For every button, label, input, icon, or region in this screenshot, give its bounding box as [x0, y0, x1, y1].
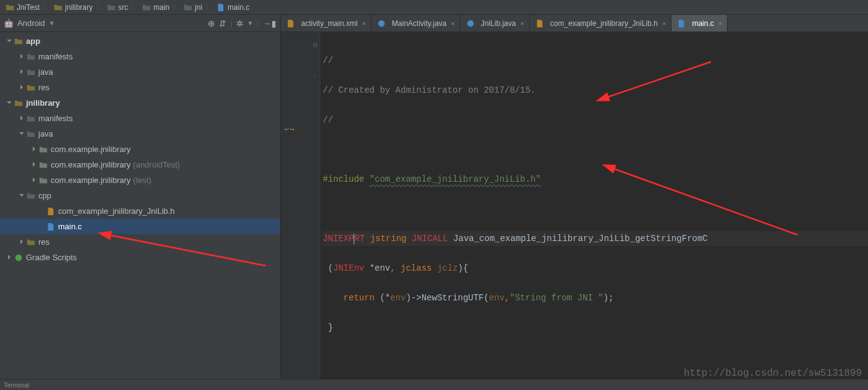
c-file-icon: [676, 19, 686, 28]
status-bar: Terminal: [0, 379, 868, 390]
tab-label: MainActivity.java: [392, 19, 446, 28]
code-text: (*: [375, 293, 390, 303]
tree-suffix: (androidTest): [133, 160, 180, 169]
dropdown-chevron-icon[interactable]: ▼: [247, 20, 253, 27]
folder-icon: [26, 191, 36, 201]
editor-gutter[interactable]: ⊟ ⌞ ↩ ↪: [281, 32, 320, 379]
breadcrumb-item[interactable]: main.c: [213, 2, 252, 12]
editor-tab-active[interactable]: main.c ×: [671, 15, 728, 32]
tree-node[interactable]: com_example_jnilibrary_JniLib.h: [0, 203, 280, 219]
tab-label: com_example_jnilibrary_JniLib.h: [550, 19, 658, 28]
breadcrumb-label: jni: [195, 3, 202, 12]
code-text: "String from JNI ": [510, 293, 603, 303]
code-text: env: [489, 293, 504, 303]
expand-arrow-icon[interactable]: [17, 69, 26, 75]
tree-node-gradle[interactable]: Gradle Scripts: [0, 250, 280, 265]
expand-arrow-icon[interactable]: [17, 116, 26, 122]
tree-label: Gradle Scripts: [26, 253, 77, 262]
folder-icon: [26, 52, 36, 62]
nav-forward-icon[interactable]: ↪: [290, 122, 294, 137]
package-icon: [38, 145, 48, 155]
module-folder-icon: [14, 98, 23, 108]
tree-node[interactable]: java: [0, 126, 280, 142]
nav-arrows[interactable]: ↩ ↪: [284, 122, 294, 137]
close-icon[interactable]: ×: [718, 20, 722, 27]
tree-node[interactable]: cpp: [0, 188, 280, 203]
close-icon[interactable]: ×: [662, 20, 666, 27]
tree-node[interactable]: com.example.jnilibrary (test): [0, 172, 280, 188]
tree-node[interactable]: java: [0, 64, 280, 80]
tree-label: jnilibrary: [26, 98, 60, 108]
code-text: env: [390, 293, 406, 303]
expand-arrow-icon[interactable]: [17, 85, 26, 91]
settings-gear-icon[interactable]: ✲: [236, 19, 244, 28]
fold-minus-icon[interactable]: ⊟: [313, 38, 317, 53]
tab-label: JniLib.java: [481, 19, 516, 28]
close-icon[interactable]: ×: [520, 20, 524, 27]
code-text: "com_example_jnilibrary_JniLib.h": [370, 174, 541, 184]
tree-label: com_example_jnilibrary_JniLib.h: [58, 206, 175, 216]
tree-node[interactable]: manifests: [0, 49, 280, 64]
editor-tab[interactable]: activity_main.xml ×: [281, 15, 372, 32]
nav-back-icon[interactable]: ↩: [284, 122, 289, 137]
folder-icon: [26, 67, 36, 77]
editor-tab[interactable]: MainActivity.java ×: [372, 15, 461, 32]
dropdown-chevron-icon[interactable]: ▼: [49, 20, 55, 27]
breadcrumb-item[interactable]: jnilibrary: [51, 2, 95, 12]
breadcrumb-label: src: [118, 3, 128, 12]
c-file-icon: [216, 2, 226, 12]
expand-arrow-icon[interactable]: [5, 100, 14, 106]
editor-tab[interactable]: com_example_jnilibrary_JniLib.h ×: [530, 15, 672, 32]
java-file-icon: [466, 19, 475, 28]
close-icon[interactable]: ×: [362, 20, 365, 27]
code-text: RT: [354, 234, 365, 244]
breadcrumb-item[interactable]: src: [104, 2, 130, 12]
expand-arrow-icon[interactable]: [30, 177, 38, 184]
breadcrumb-item[interactable]: JniTest: [2, 2, 42, 12]
locate-icon[interactable]: ⊕: [208, 19, 215, 28]
tree-node[interactable]: res: [0, 80, 280, 95]
view-mode-selector[interactable]: Android: [17, 19, 45, 28]
expand-arrow-icon[interactable]: [17, 239, 26, 245]
tree-node-selected[interactable]: main.c: [0, 219, 280, 234]
breadcrumb-sep: 〉: [42, 2, 51, 12]
expand-arrow-icon[interactable]: [17, 54, 26, 60]
expand-arrow-icon[interactable]: [30, 162, 38, 168]
breadcrumb-item[interactable]: main: [139, 2, 172, 12]
tree-node-jnilibrary[interactable]: jnilibrary: [0, 95, 280, 111]
code-text: JNIEnv: [333, 263, 364, 273]
expand-arrow-icon[interactable]: [17, 131, 26, 137]
code-area[interactable]: // // Created by Administrator on 2017/8…: [320, 32, 868, 379]
module-folder-icon: [53, 2, 63, 12]
close-icon[interactable]: ×: [451, 20, 454, 27]
code-text: JNIEXP: [323, 234, 354, 244]
expand-arrow-icon[interactable]: [30, 146, 38, 153]
tree-suffix: (test): [133, 176, 151, 185]
folder-icon: [183, 2, 193, 12]
tree-node[interactable]: com.example.jnilibrary (androidTest): [0, 157, 280, 172]
tree-node[interactable]: manifests: [0, 111, 280, 126]
project-tree[interactable]: app manifests java res jnilibrary: [0, 32, 280, 379]
hide-button-icon[interactable]: →▮: [263, 19, 276, 28]
expand-arrow-icon[interactable]: [5, 255, 14, 261]
expand-arrow-icon[interactable]: [17, 193, 26, 199]
editor-tab[interactable]: JniLib.java ×: [461, 15, 530, 32]
code-text: ,: [504, 293, 509, 303]
terminal-tool-button[interactable]: Terminal: [4, 381, 30, 389]
tree-label: main.c: [58, 222, 82, 231]
tree-label: manifests: [38, 52, 73, 61]
code-text: #include: [323, 174, 370, 184]
code-text: }: [323, 323, 333, 333]
tree-label: java: [38, 67, 53, 77]
tree-node[interactable]: res: [0, 234, 280, 250]
collapse-icon[interactable]: ⇵: [219, 19, 226, 28]
breadcrumb: JniTest 〉 jnilibrary 〉 src 〉 main 〉 jni …: [0, 0, 868, 15]
tree-node-app[interactable]: app: [0, 33, 280, 49]
expand-arrow-icon[interactable]: [5, 38, 14, 45]
editor-body[interactable]: ⊟ ⌞ ↩ ↪ // // Created by Administrator o…: [281, 32, 868, 379]
code-text: //: [323, 115, 333, 125]
module-folder-icon: [5, 2, 15, 12]
android-icon: 🤖: [4, 19, 14, 28]
breadcrumb-item[interactable]: jni: [181, 2, 205, 12]
tree-node[interactable]: com.example.jnilibrary: [0, 142, 280, 157]
